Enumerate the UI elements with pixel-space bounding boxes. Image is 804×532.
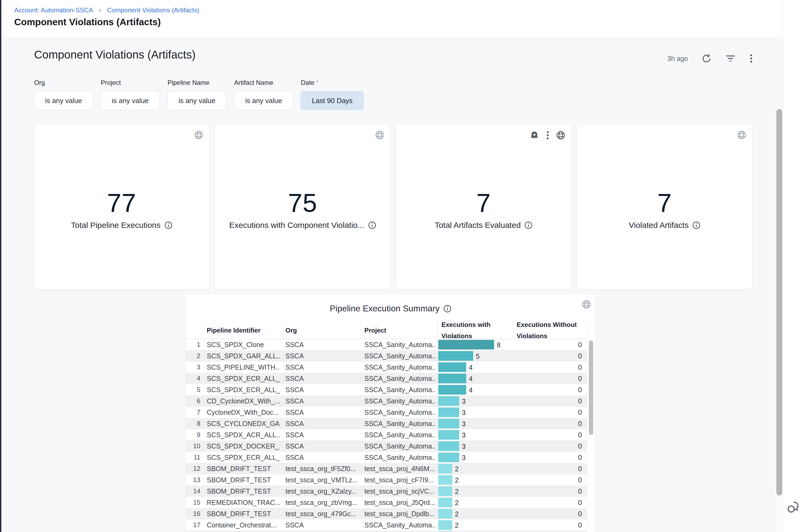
violations-bar bbox=[438, 407, 459, 417]
tile-actions bbox=[194, 130, 203, 141]
breadcrumb: Account: Automation-SSCA › Component Vio… bbox=[14, 6, 199, 14]
column-header-4[interactable]: Executions withViolations bbox=[442, 319, 491, 342]
table-row[interactable]: 3SCS_PIPELINE_WITH...SSCASSCA_Sanity_Aut… bbox=[186, 362, 587, 373]
row-number: 10 bbox=[186, 440, 200, 452]
table-row[interactable]: 12SBOM_DRIFT_TESTtest_ssca_org_tF5Zf0...… bbox=[186, 463, 587, 474]
globe-icon[interactable] bbox=[556, 131, 565, 141]
kebab-menu-icon[interactable] bbox=[749, 54, 753, 63]
table-row[interactable]: 2SCS_SPDX_GAR_ALL...SSCASSCA_Sanity_Auto… bbox=[186, 350, 587, 362]
row-number: 13 bbox=[186, 474, 200, 486]
row-number: 17 bbox=[186, 519, 200, 531]
globe-icon[interactable] bbox=[194, 130, 203, 141]
cell-pipeline-identifier: SCS_SPDX_Clone bbox=[207, 339, 280, 350]
cell-executions-with-violations: 4 bbox=[438, 384, 513, 395]
row-number: 12 bbox=[186, 463, 200, 474]
breadcrumb-account-link[interactable]: Account: Automation-SSCA bbox=[14, 6, 93, 14]
row-number: 4 bbox=[186, 373, 200, 384]
globe-icon[interactable] bbox=[582, 300, 591, 310]
filter-label: Date* bbox=[301, 79, 363, 87]
cell-project: SSCA_Sanity_Automa... bbox=[364, 373, 436, 384]
breadcrumb-page-link[interactable]: Component Violations (Artifacts) bbox=[107, 6, 200, 14]
cell-project: test_ssca_proj_scjVC... bbox=[364, 486, 436, 497]
cell-org: SSCA bbox=[285, 384, 358, 395]
column-header-2[interactable]: Org bbox=[285, 325, 297, 336]
filter-value-button[interactable]: is any value bbox=[101, 91, 160, 110]
table-row[interactable]: 16SBOM_DRIFT_TESTtest_ssca_org_479Gc...t… bbox=[186, 508, 587, 519]
filter-label: Project bbox=[101, 79, 160, 87]
cell-org: SSCA bbox=[285, 429, 358, 440]
violations-bar bbox=[438, 385, 466, 395]
filter-value-button[interactable]: is any value bbox=[234, 91, 293, 110]
stat-label-row: Violated Artifacts bbox=[577, 221, 752, 230]
row-number: 11 bbox=[186, 452, 200, 463]
column-header-5[interactable]: Executions WithoutViolations bbox=[517, 319, 577, 342]
filter-value-button[interactable]: Last 90 Days bbox=[301, 91, 363, 110]
page-scrollbar-thumb[interactable] bbox=[777, 109, 782, 495]
page-title: Component Violations (Artifacts) bbox=[14, 17, 161, 27]
dashboard-title: Component Violations (Artifacts) bbox=[34, 48, 196, 61]
last-refresh-timestamp: 3h ago bbox=[667, 55, 688, 62]
filter-value-button[interactable]: is any value bbox=[34, 91, 93, 110]
table-row[interactable]: 8SCS_CYCLONEDX_GA...SSCASSCA_Sanity_Auto… bbox=[186, 418, 587, 429]
top-header-bar: Account: Automation-SSCA › Component Vio… bbox=[1, 0, 783, 38]
chat-help-icon[interactable] bbox=[785, 499, 801, 515]
cell-pipeline-identifier: SCS_SPDX_ECR_ALL_... bbox=[207, 373, 280, 384]
table-row[interactable]: 5SCS_SPDX_ECR_ALL_...SSCASSCA_Sanity_Aut… bbox=[186, 384, 587, 395]
cell-org: test_ssca_org_VMTLz... bbox=[285, 474, 358, 486]
info-icon[interactable] bbox=[524, 221, 532, 229]
refresh-icon[interactable] bbox=[702, 54, 711, 63]
table-row[interactable]: 6CD_CycloneDX_With_...SSCASSCA_Sanity_Au… bbox=[186, 395, 587, 407]
table-row[interactable]: 10SCS_SPDX_DOCKER_...SSCASSCA_Sanity_Aut… bbox=[186, 440, 587, 452]
row-number: 8 bbox=[186, 418, 200, 429]
cell-project: SSCA_Sanity_Automa... bbox=[364, 519, 436, 531]
tile-actions bbox=[375, 130, 384, 141]
table-row[interactable]: 4SCS_SPDX_ECR_ALL_...SSCASSCA_Sanity_Aut… bbox=[186, 373, 587, 384]
table-scrollbar-thumb[interactable] bbox=[589, 340, 593, 435]
cell-pipeline-identifier: SBOM_DRIFT_TEST bbox=[207, 474, 280, 486]
table-title: Pipeline Execution Summary bbox=[330, 304, 440, 314]
globe-icon[interactable] bbox=[375, 130, 384, 141]
stat-value: 7 bbox=[577, 188, 752, 218]
column-header-1[interactable]: Pipeline Identifier bbox=[207, 325, 261, 336]
table-row[interactable]: 17Container_Orchestrat...SSCASSCA_Sanity… bbox=[186, 519, 587, 531]
violations-bar bbox=[438, 374, 466, 383]
table-row[interactable]: 14SBOM_DRIFT_TESTtest_ssca_org_XZalzy...… bbox=[186, 486, 587, 497]
violations-bar-value: 4 bbox=[469, 384, 473, 395]
cell-executions-with-violations: 2 bbox=[438, 474, 513, 486]
filter-value-button[interactable]: is any value bbox=[168, 91, 226, 110]
kebab-menu-icon[interactable] bbox=[546, 130, 549, 141]
info-icon[interactable] bbox=[368, 221, 376, 229]
cell-executions-without-violations: 0 bbox=[513, 362, 582, 373]
filter-date: Date*Last 90 Days bbox=[301, 79, 363, 110]
table-row[interactable]: 11SCS_SPDX_ECR_ALL_...SSCASSCA_Sanity_Au… bbox=[186, 452, 587, 463]
stat-card-1: 77Total Pipeline Executions bbox=[34, 125, 209, 289]
globe-icon[interactable] bbox=[737, 130, 746, 141]
cell-executions-without-violations: 0 bbox=[513, 384, 582, 395]
cell-executions-without-violations: 0 bbox=[513, 508, 582, 519]
cell-org: SSCA bbox=[285, 407, 358, 418]
cell-executions-without-violations: 0 bbox=[513, 519, 582, 531]
filter-artifact-name: Artifact Nameis any value bbox=[234, 79, 293, 110]
column-header-3[interactable]: Project bbox=[364, 325, 386, 336]
table-row[interactable]: 7CycloneDX_With_Doc...SSCASSCA_Sanity_Au… bbox=[186, 407, 587, 418]
violations-bar bbox=[438, 475, 452, 485]
filter-icon[interactable] bbox=[725, 54, 735, 63]
cell-org: test_ssca_org_XZalzy... bbox=[285, 486, 358, 497]
violations-bar-value: 3 bbox=[462, 429, 466, 440]
alert-bell-plus-icon[interactable] bbox=[529, 131, 539, 141]
violations-bar bbox=[438, 487, 452, 496]
cell-executions-without-violations: 0 bbox=[513, 486, 582, 497]
table-row[interactable]: 15REMEDIATION_TRAC...test_ssca_org_zbVmg… bbox=[186, 497, 587, 508]
stat-value: 75 bbox=[215, 188, 390, 218]
table-row[interactable]: 9SCS_SPDX_ACR_ALL...SSCASSCA_Sanity_Auto… bbox=[186, 429, 587, 440]
info-icon[interactable] bbox=[692, 221, 700, 229]
cell-executions-with-violations: 5 bbox=[438, 350, 513, 362]
table-row[interactable]: 1SCS_SPDX_CloneSSCASSCA_Sanity_Automa...… bbox=[186, 339, 587, 350]
info-icon[interactable] bbox=[164, 221, 172, 229]
violations-bar bbox=[438, 419, 459, 429]
cell-project: SSCA_Sanity_Automa... bbox=[364, 418, 436, 429]
table-row[interactable]: 13SBOM_DRIFT_TESTtest_ssca_org_VMTLz...t… bbox=[186, 474, 587, 486]
info-icon[interactable] bbox=[443, 305, 451, 313]
cell-org: SSCA bbox=[285, 373, 358, 384]
cell-org: test_ssca_org_tF5Zf0... bbox=[285, 463, 358, 474]
